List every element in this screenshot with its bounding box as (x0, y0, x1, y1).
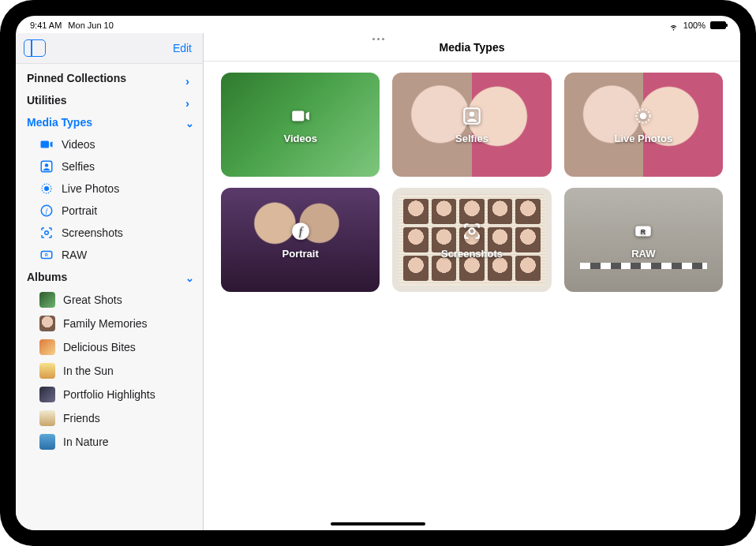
raw-icon: R (39, 248, 54, 262)
sidebar-item-raw[interactable]: R RAW (28, 244, 203, 266)
tile-selfies[interactable]: Selfies (392, 73, 551, 177)
sidebar-album-delicious-bites[interactable]: Delicious Bites (28, 335, 203, 359)
sidebar-media-types-list: Videos Selfies Live Photos (16, 133, 203, 266)
sidebar-item-live-photos[interactable]: Live Photos (28, 178, 203, 200)
sidebar-item-label: Selfies (62, 160, 95, 173)
sidebar-album-in-nature[interactable]: In Nature (28, 430, 203, 454)
wifi-icon (668, 21, 679, 29)
video-icon (39, 137, 54, 151)
sidebar-item-label: Videos (62, 138, 95, 151)
home-indicator[interactable] (331, 522, 425, 525)
status-bar: 9:41 AM Mon Jun 10 100% (16, 16, 740, 33)
svg-text:R: R (641, 227, 646, 235)
tile-label: Portrait (283, 248, 319, 260)
sidebar-scroll[interactable]: Pinned Collections Utilities Media Types (16, 64, 203, 530)
sidebar-album-in-the-sun[interactable]: In the Sun (28, 359, 203, 383)
album-thumbnail (39, 339, 55, 355)
multitask-ellipsis[interactable] (368, 36, 388, 41)
tile-label: Screenshots (441, 248, 503, 260)
sidebar-section-label: Media Types (27, 116, 92, 129)
selfie-icon (39, 159, 54, 174)
sidebar-section-utilities[interactable]: Utilities (16, 89, 203, 111)
tile-raw[interactable]: R RAW (564, 188, 723, 292)
sidebar-album-friends[interactable]: Friends (28, 406, 203, 430)
live-photo-icon (633, 106, 653, 129)
sidebar-item-label: Portrait (62, 204, 97, 217)
tile-live-photos[interactable]: Live Photos (564, 73, 723, 177)
portrait-icon: f (39, 204, 54, 218)
sidebar-item-label: Live Photos (62, 182, 119, 195)
sidebar-item-label: In the Sun (63, 365, 114, 377)
screenshot-icon (39, 226, 54, 240)
sidebar-item-label: Great Shots (63, 294, 122, 306)
sidebar-item-selfies[interactable]: Selfies (28, 155, 203, 178)
sidebar-top: Edit (16, 33, 203, 64)
status-date: Mon Jun 10 (68, 21, 113, 30)
sidebar-item-label: RAW (62, 249, 87, 261)
svg-point-11 (470, 111, 475, 117)
svg-text:f: f (46, 208, 49, 215)
sidebar-albums-list: Great Shots Family Memories Delicious Bi… (16, 288, 203, 454)
svg-point-6 (45, 231, 49, 235)
sidebar-section-label: Albums (27, 271, 67, 283)
sidebar-album-portfolio-highlights[interactable]: Portfolio Highlights (28, 383, 203, 406)
sidebar-section-pinned[interactable]: Pinned Collections (16, 67, 203, 89)
raw-icon: R (633, 221, 653, 245)
sidebar-section-label: Utilities (27, 94, 67, 107)
sidebar-item-screenshots[interactable]: Screenshots (28, 222, 203, 244)
album-thumbnail (39, 387, 55, 402)
svg-text:R: R (45, 252, 48, 257)
sidebar-section-label: Pinned Collections (27, 72, 126, 84)
chevron-right-icon (185, 74, 193, 82)
sidebar-toggle-icon[interactable] (24, 39, 46, 57)
album-thumbnail (39, 434, 55, 450)
chevron-down-icon (185, 273, 193, 281)
selfie-icon (462, 106, 482, 129)
sidebar-section-albums[interactable]: Albums (16, 266, 203, 288)
edit-button[interactable]: Edit (173, 42, 192, 54)
live-photo-icon (39, 181, 54, 196)
sidebar-item-videos[interactable]: Videos (28, 133, 203, 155)
sidebar-item-label: Friends (63, 412, 100, 424)
sidebar-section-media-types[interactable]: Media Types (16, 111, 203, 133)
sidebar-item-label: Screenshots (62, 226, 123, 239)
screenshot-icon (462, 221, 482, 245)
battery-icon (710, 21, 726, 29)
ipad-frame: 9:41 AM Mon Jun 10 100% Edit (0, 0, 756, 546)
media-types-grid: Videos Selfies (204, 62, 740, 303)
album-thumbnail (39, 363, 55, 379)
main-content: Media Types Videos (204, 33, 740, 530)
tile-screenshots[interactable]: Screenshots (392, 188, 551, 292)
svg-point-16 (469, 228, 474, 234)
tile-label: Videos (283, 133, 316, 144)
tile-label: Live Photos (614, 133, 672, 144)
sidebar-album-family-memories[interactable]: Family Memories (28, 312, 203, 335)
sidebar-album-great-shots[interactable]: Great Shots (28, 288, 203, 312)
portrait-icon: f (290, 221, 311, 245)
album-thumbnail (39, 316, 55, 331)
main-header: Media Types (204, 33, 740, 62)
screen: 9:41 AM Mon Jun 10 100% Edit (16, 16, 740, 530)
album-thumbnail (39, 292, 55, 308)
svg-point-1 (45, 163, 49, 167)
video-icon (290, 106, 311, 129)
tile-label: RAW (631, 248, 655, 260)
album-thumbnail (39, 410, 55, 426)
tile-videos[interactable]: Videos (221, 73, 380, 177)
tile-label: Selfies (455, 133, 488, 144)
sidebar: Edit Pinned Collections Utilities Me (16, 33, 204, 530)
status-time: 9:41 AM (30, 21, 62, 30)
svg-point-2 (44, 186, 49, 191)
sidebar-item-label: Delicious Bites (63, 341, 136, 353)
sidebar-item-label: Family Memories (63, 317, 148, 330)
page-title: Media Types (440, 41, 505, 54)
chevron-down-icon (185, 118, 193, 126)
chevron-right-icon (185, 96, 193, 104)
sidebar-item-label: Portfolio Highlights (63, 388, 155, 401)
app-body: Edit Pinned Collections Utilities Me (16, 33, 740, 530)
battery-percent: 100% (683, 21, 705, 30)
sidebar-item-portrait[interactable]: f Portrait (28, 200, 203, 222)
sidebar-item-label: In Nature (63, 436, 109, 448)
tile-portrait[interactable]: f Portrait (221, 188, 380, 292)
svg-point-12 (640, 112, 647, 119)
